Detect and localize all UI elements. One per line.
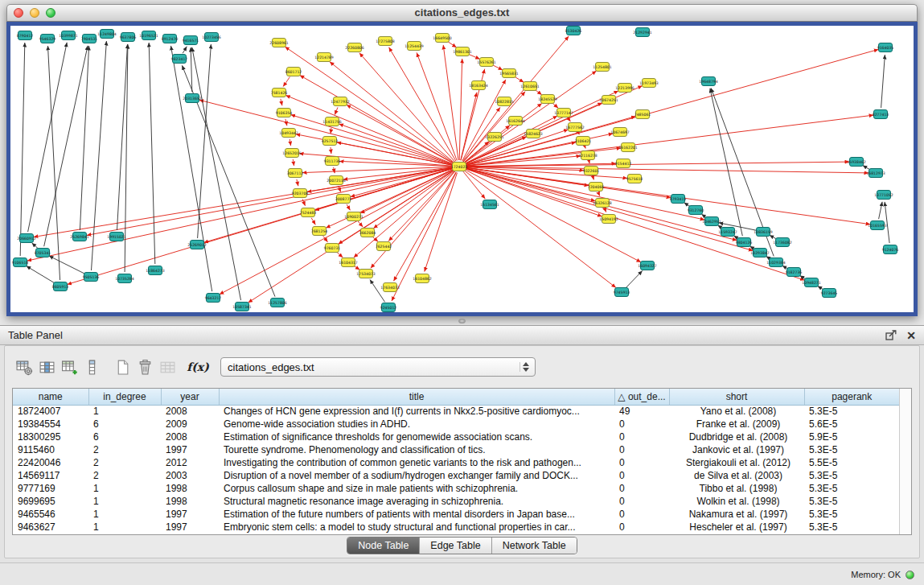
graph-node[interactable]: 8790412 xyxy=(17,31,34,40)
graph-node[interactable]: 10948271 xyxy=(802,278,820,287)
network-graph[interactable]: 1724023860171275814269106354104934471265… xyxy=(10,26,914,312)
table-row[interactable]: 969969511998Structural magnetic resonanc… xyxy=(13,495,899,508)
graph-edge[interactable] xyxy=(370,280,385,303)
graph-edge[interactable] xyxy=(281,99,282,105)
column-header-short[interactable]: short xyxy=(669,389,804,405)
graph-edge[interactable] xyxy=(598,192,600,196)
graph-node[interactable]: 16162644 xyxy=(506,117,524,126)
graph-edge[interactable] xyxy=(183,47,187,53)
graph-node[interactable]: 9804126 xyxy=(736,238,753,247)
graph-node[interactable]: 9124076 xyxy=(882,245,899,254)
graph-edge[interactable] xyxy=(461,93,477,160)
column-header-name[interactable]: name xyxy=(13,389,88,405)
graph-node[interactable]: 10735284 xyxy=(115,274,133,283)
column-header-out_de[interactable]: △ out_de... xyxy=(614,389,669,405)
graph-edge[interactable] xyxy=(417,52,457,160)
graph-edge[interactable] xyxy=(191,47,192,92)
graph-node[interactable]: 9416571 xyxy=(183,36,199,45)
graph-node[interactable]: 8277413 xyxy=(873,110,889,119)
graph-node[interactable]: 16162201 xyxy=(618,143,637,152)
graph-node[interactable]: 7681254 xyxy=(311,227,328,236)
graph-node[interactable]: 10273456 xyxy=(202,33,220,42)
graph-node[interactable]: 9760731 xyxy=(324,244,341,253)
graph-node[interactable]: 8605913 xyxy=(52,282,69,291)
graph-node[interactable]: 17634073 xyxy=(380,283,399,292)
graph-node[interactable]: 9164035 xyxy=(877,43,894,52)
graph-edge[interactable] xyxy=(285,95,453,164)
vertical-scrollbar[interactable] xyxy=(899,389,911,534)
table-settings-button[interactable] xyxy=(13,356,35,378)
graph-edge[interactable] xyxy=(466,168,704,220)
graph-edge[interactable] xyxy=(358,221,363,227)
column-header-title[interactable]: title xyxy=(219,389,614,405)
graph-node[interactable]: 3067112 xyxy=(287,169,304,178)
graph-edge[interactable] xyxy=(552,103,558,108)
graph-node[interactable]: 9273645 xyxy=(821,289,838,298)
graph-node[interactable]: 12213996 xyxy=(615,84,634,93)
graph-edge[interactable] xyxy=(283,77,290,87)
graph-edge[interactable] xyxy=(463,171,485,199)
network-window-titlebar[interactable]: citations_edges.txt xyxy=(6,4,918,22)
graph-node[interactable]: 10293847 xyxy=(750,249,769,257)
graph-node[interactable]: 12477932 xyxy=(331,97,349,106)
graph-node[interactable]: 10674697 xyxy=(610,128,629,137)
graph-node[interactable]: 9643217 xyxy=(205,294,222,303)
graph-edge[interactable] xyxy=(28,43,68,232)
graph-edge[interactable] xyxy=(297,179,298,186)
graph-node[interactable]: 16649500 xyxy=(433,34,451,43)
graph-edge[interactable] xyxy=(459,59,462,160)
select-columns-button[interactable] xyxy=(35,356,58,378)
zoom-button[interactable] xyxy=(46,8,55,18)
graph-node[interactable]: 20313652 xyxy=(183,94,201,103)
column-header-pagerank[interactable]: pagerank xyxy=(804,389,899,405)
graph-edge[interactable] xyxy=(466,168,754,250)
table-selector[interactable]: citations_edges.txt xyxy=(220,357,536,377)
graph-node[interactable]: 25269841 xyxy=(70,233,88,241)
graph-node[interactable]: 10587341 xyxy=(232,303,251,311)
graph-node[interactable]: 11973493 xyxy=(639,79,658,88)
table-row[interactable]: 946554611997Estimation of the future num… xyxy=(13,508,899,521)
graph-node[interactable]: 7524483 xyxy=(300,208,317,217)
graph-node[interactable]: 19648794 xyxy=(699,77,717,86)
graph-edge[interactable] xyxy=(199,100,454,165)
graph-edge[interactable] xyxy=(466,49,879,164)
graph-edge[interactable] xyxy=(48,46,60,280)
graph-node[interactable]: 12214789 xyxy=(314,53,333,62)
graph-edge[interactable] xyxy=(347,204,350,210)
graph-node[interactable]: 13771052 xyxy=(874,191,893,200)
graph-node[interactable]: 10165593 xyxy=(868,221,886,230)
graph-node[interactable]: 16104862 xyxy=(413,274,431,283)
table-row[interactable]: 1938455462009Genome-wide association stu… xyxy=(13,418,899,431)
graph-node[interactable]: 11431756 xyxy=(322,117,341,126)
graph-edge[interactable] xyxy=(337,252,343,257)
graph-edge[interactable] xyxy=(515,76,524,82)
graph-node[interactable]: 15094192 xyxy=(599,215,618,224)
graph-node[interactable]: 17534073 xyxy=(356,270,375,278)
graph-node[interactable]: 4257512 xyxy=(322,137,339,146)
graph-node[interactable]: 15938462 xyxy=(847,158,865,167)
column-header-year[interactable]: year xyxy=(161,389,219,405)
graph-edge[interactable] xyxy=(335,107,338,114)
float-panel-icon[interactable] xyxy=(885,330,897,340)
function-builder-button[interactable]: f(x) xyxy=(187,356,209,378)
graph-node[interactable]: 3008771 xyxy=(335,195,352,204)
graph-node[interactable]: 17275808 xyxy=(376,37,394,46)
graph-node[interactable]: 16812973 xyxy=(866,169,885,178)
graph-node[interactable]: 9505136 xyxy=(83,273,100,282)
graph-node[interactable]: 9637806 xyxy=(120,33,137,42)
graph-node[interactable]: 10822815 xyxy=(495,97,513,106)
graph-node[interactable]: 18163424 xyxy=(469,81,487,90)
tab-node-table[interactable]: Node Table xyxy=(347,538,419,554)
graph-node[interactable]: 19861301 xyxy=(453,47,471,56)
graph-edge[interactable] xyxy=(192,47,241,300)
graph-node[interactable]: 19915021 xyxy=(107,233,125,241)
graph-node[interactable]: 9546329 xyxy=(39,35,56,43)
graph-node[interactable]: 3662084 xyxy=(359,229,376,237)
graph-edge[interactable] xyxy=(80,46,88,230)
graph-node[interactable]: 7581426 xyxy=(271,89,288,97)
divider-grip[interactable] xyxy=(458,319,466,323)
graph-node[interactable]: 9203708 xyxy=(292,189,309,198)
graph-node[interactable]: 7625442 xyxy=(376,242,392,251)
graph-node[interactable]: 10399871 xyxy=(59,31,77,40)
minimize-button[interactable] xyxy=(30,8,39,18)
